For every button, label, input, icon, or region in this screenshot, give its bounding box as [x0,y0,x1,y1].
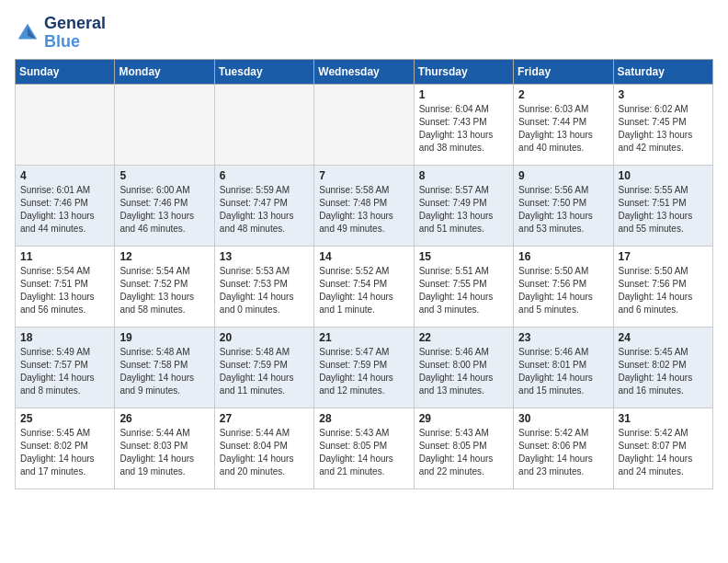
calendar-cell: 16Sunrise: 5:50 AM Sunset: 7:56 PM Dayli… [514,246,613,327]
day-number: 29 [419,412,508,425]
day-number: 13 [220,250,309,263]
calendar-cell: 19Sunrise: 5:48 AM Sunset: 7:58 PM Dayli… [115,327,214,408]
day-detail: Sunrise: 6:02 AM Sunset: 7:45 PM Dayligh… [619,103,708,155]
day-detail: Sunrise: 5:55 AM Sunset: 7:51 PM Dayligh… [619,184,708,236]
day-detail: Sunrise: 5:58 AM Sunset: 7:48 PM Dayligh… [319,184,408,236]
calendar-cell: 20Sunrise: 5:48 AM Sunset: 7:59 PM Dayli… [214,327,313,408]
calendar-cell: 12Sunrise: 5:54 AM Sunset: 7:52 PM Dayli… [115,246,214,327]
day-number: 5 [119,169,209,182]
day-number: 7 [319,169,408,182]
calendar-cell: 24Sunrise: 5:45 AM Sunset: 8:02 PM Dayli… [613,327,712,408]
day-detail: Sunrise: 5:56 AM Sunset: 7:50 PM Dayligh… [518,184,608,236]
day-detail: Sunrise: 6:04 AM Sunset: 7:43 PM Dayligh… [419,103,508,155]
calendar-cell: 11Sunrise: 5:54 AM Sunset: 7:51 PM Dayli… [16,246,115,327]
day-detail: Sunrise: 5:44 AM Sunset: 8:03 PM Dayligh… [119,427,209,478]
calendar-cell: 5Sunrise: 6:00 AM Sunset: 7:46 PM Daylig… [115,165,214,246]
day-number: 22 [419,331,508,344]
day-detail: Sunrise: 5:54 AM Sunset: 7:52 PM Dayligh… [119,265,209,316]
calendar-cell: 26Sunrise: 5:44 AM Sunset: 8:03 PM Dayli… [115,408,214,488]
day-number: 9 [518,169,608,182]
day-number: 30 [518,412,608,425]
day-detail: Sunrise: 5:45 AM Sunset: 8:02 PM Dayligh… [20,427,109,478]
calendar-cell: 25Sunrise: 5:45 AM Sunset: 8:02 PM Dayli… [16,408,115,488]
day-detail: Sunrise: 5:49 AM Sunset: 7:57 PM Dayligh… [20,346,109,397]
calendar-cell: 28Sunrise: 5:43 AM Sunset: 8:05 PM Dayli… [314,408,414,488]
day-detail: Sunrise: 6:03 AM Sunset: 7:44 PM Dayligh… [518,103,608,155]
day-detail: Sunrise: 5:48 AM Sunset: 7:58 PM Dayligh… [119,346,209,397]
calendar-cell: 17Sunrise: 5:50 AM Sunset: 7:56 PM Dayli… [613,246,712,327]
day-number: 2 [518,88,608,101]
day-number: 23 [518,331,608,344]
calendar-cell: 30Sunrise: 5:42 AM Sunset: 8:06 PM Dayli… [514,408,613,488]
day-detail: Sunrise: 6:01 AM Sunset: 7:46 PM Dayligh… [20,184,109,236]
day-detail: Sunrise: 5:47 AM Sunset: 7:59 PM Dayligh… [319,346,408,397]
calendar-cell: 29Sunrise: 5:43 AM Sunset: 8:05 PM Dayli… [414,408,513,488]
day-number: 18 [20,331,109,344]
logo: General Blue [15,15,106,52]
day-detail: Sunrise: 5:43 AM Sunset: 8:05 PM Dayligh… [419,427,508,478]
calendar-week-row: 11Sunrise: 5:54 AM Sunset: 7:51 PM Dayli… [16,246,713,327]
day-detail: Sunrise: 5:50 AM Sunset: 7:56 PM Dayligh… [518,265,608,316]
calendar-week-row: 18Sunrise: 5:49 AM Sunset: 7:57 PM Dayli… [16,327,713,408]
calendar-week-row: 1Sunrise: 6:04 AM Sunset: 7:43 PM Daylig… [16,84,713,165]
calendar-cell: 1Sunrise: 6:04 AM Sunset: 7:43 PM Daylig… [414,84,513,165]
day-number: 3 [619,88,708,101]
day-detail: Sunrise: 5:59 AM Sunset: 7:47 PM Dayligh… [220,184,309,236]
day-detail: Sunrise: 5:43 AM Sunset: 8:05 PM Dayligh… [319,427,408,478]
logo-text: General Blue [44,15,106,52]
calendar-cell: 2Sunrise: 6:03 AM Sunset: 7:44 PM Daylig… [514,84,613,165]
day-number: 24 [619,331,708,344]
calendar-cell: 21Sunrise: 5:47 AM Sunset: 7:59 PM Dayli… [314,327,414,408]
day-number: 16 [518,250,608,263]
day-number: 25 [20,412,109,425]
day-number: 21 [319,331,408,344]
calendar-cell: 3Sunrise: 6:02 AM Sunset: 7:45 PM Daylig… [613,84,712,165]
day-number: 17 [619,250,708,263]
calendar-cell: 4Sunrise: 6:01 AM Sunset: 7:46 PM Daylig… [16,165,115,246]
day-detail: Sunrise: 5:42 AM Sunset: 8:06 PM Dayligh… [518,427,608,478]
day-detail: Sunrise: 6:00 AM Sunset: 7:46 PM Dayligh… [119,184,209,236]
calendar-cell: 10Sunrise: 5:55 AM Sunset: 7:51 PM Dayli… [613,165,712,246]
weekday-header-cell: Wednesday [314,59,414,84]
weekday-header-cell: Thursday [414,59,513,84]
day-detail: Sunrise: 5:45 AM Sunset: 8:02 PM Dayligh… [619,346,708,397]
day-detail: Sunrise: 5:48 AM Sunset: 7:59 PM Dayligh… [220,346,309,397]
weekday-header-cell: Friday [514,59,613,84]
day-number: 6 [220,169,309,182]
calendar-cell: 9Sunrise: 5:56 AM Sunset: 7:50 PM Daylig… [514,165,613,246]
day-number: 4 [20,169,109,182]
calendar-cell: 6Sunrise: 5:59 AM Sunset: 7:47 PM Daylig… [214,165,313,246]
day-detail: Sunrise: 5:44 AM Sunset: 8:04 PM Dayligh… [220,427,309,478]
day-number: 20 [220,331,309,344]
calendar-cell: 14Sunrise: 5:52 AM Sunset: 7:54 PM Dayli… [314,246,414,327]
calendar-cell: 13Sunrise: 5:53 AM Sunset: 7:53 PM Dayli… [214,246,313,327]
day-detail: Sunrise: 5:51 AM Sunset: 7:55 PM Dayligh… [419,265,508,316]
calendar-cell: 27Sunrise: 5:44 AM Sunset: 8:04 PM Dayli… [214,408,313,488]
calendar-cell: 23Sunrise: 5:46 AM Sunset: 8:01 PM Dayli… [514,327,613,408]
logo-icon [15,20,40,46]
day-number: 28 [319,412,408,425]
day-detail: Sunrise: 5:57 AM Sunset: 7:49 PM Dayligh… [419,184,508,236]
calendar-cell: 31Sunrise: 5:42 AM Sunset: 8:07 PM Dayli… [613,408,712,488]
calendar-cell [16,84,115,165]
weekday-header-cell: Sunday [16,59,115,84]
day-number: 26 [119,412,209,425]
day-number: 11 [20,250,109,263]
day-detail: Sunrise: 5:52 AM Sunset: 7:54 PM Dayligh… [319,265,408,316]
day-detail: Sunrise: 5:50 AM Sunset: 7:56 PM Dayligh… [619,265,708,316]
day-number: 8 [419,169,508,182]
day-detail: Sunrise: 5:54 AM Sunset: 7:51 PM Dayligh… [20,265,109,316]
weekday-header-cell: Saturday [613,59,712,84]
day-number: 14 [319,250,408,263]
day-number: 10 [619,169,708,182]
calendar-cell [214,84,313,165]
day-number: 15 [419,250,508,263]
calendar-week-row: 25Sunrise: 5:45 AM Sunset: 8:02 PM Dayli… [16,408,713,488]
calendar-body: 1Sunrise: 6:04 AM Sunset: 7:43 PM Daylig… [16,84,713,488]
calendar-cell: 18Sunrise: 5:49 AM Sunset: 7:57 PM Dayli… [16,327,115,408]
calendar-cell: 8Sunrise: 5:57 AM Sunset: 7:49 PM Daylig… [414,165,513,246]
weekday-header-row: SundayMondayTuesdayWednesdayThursdayFrid… [16,59,713,84]
calendar-cell: 15Sunrise: 5:51 AM Sunset: 7:55 PM Dayli… [414,246,513,327]
weekday-header-cell: Monday [115,59,214,84]
weekday-header-cell: Tuesday [214,59,313,84]
